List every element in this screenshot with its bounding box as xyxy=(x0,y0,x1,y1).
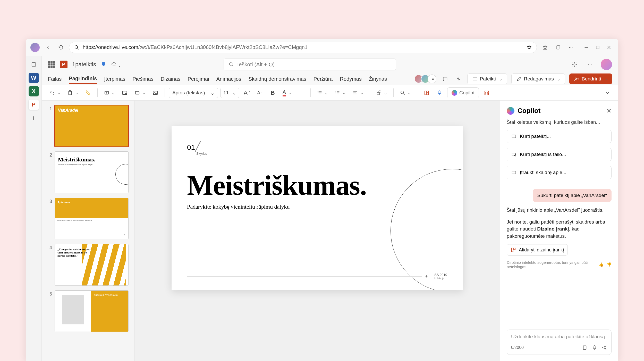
format-painter-button[interactable] xyxy=(83,88,93,98)
close-button[interactable] xyxy=(604,43,614,52)
slide-thumbnail[interactable]: Kultūra ir žmonės čia. xyxy=(55,290,129,332)
numbering-button[interactable] xyxy=(333,88,348,98)
app-launcher-icon[interactable] xyxy=(48,61,55,68)
mic-icon[interactable] xyxy=(592,345,597,350)
bold-button[interactable]: B xyxy=(268,88,278,98)
designer-grid-button[interactable] xyxy=(481,88,492,98)
picture-button[interactable] xyxy=(150,88,160,98)
tab-animations[interactable]: Animacijos xyxy=(216,75,241,84)
svg-rect-23 xyxy=(427,93,428,95)
tab-transitions[interactable]: Perėjimai xyxy=(188,75,209,84)
comments-icon[interactable] xyxy=(440,74,450,84)
copilot-input[interactable]: Užduokite klausimą arba pateikite užklau… xyxy=(507,330,612,355)
tab-home[interactable]: Pagrindinis xyxy=(69,74,97,84)
tab-design[interactable]: Dizainas xyxy=(161,75,181,84)
rail-excel-icon[interactable]: X xyxy=(29,86,39,96)
toolbar-overflow[interactable]: ⋯ xyxy=(494,88,505,98)
browser-toolbar: https://onedrive.live.com/:w:/t/EaCKkPs6… xyxy=(26,39,618,56)
ribbon-tabs: Failas Pagrindinis Įterpimas Piešimas Di… xyxy=(42,73,618,85)
document-title[interactable]: 1pateiktis xyxy=(72,61,96,68)
profile-avatar[interactable] xyxy=(30,43,40,52)
close-icon[interactable]: ✕ xyxy=(606,107,612,114)
paste-button[interactable] xyxy=(65,88,80,98)
collections-icon[interactable] xyxy=(553,43,563,52)
slide-thumbnail[interactable]: „Žmogus be vaizduotės yra tarsi arbatos … xyxy=(55,244,129,285)
undo-button[interactable] xyxy=(47,88,63,98)
designer-button[interactable] xyxy=(421,88,432,98)
grow-font-button[interactable]: A˄ xyxy=(242,88,252,98)
tab-review[interactable]: Peržiūra xyxy=(313,75,333,84)
new-slide-button[interactable] xyxy=(102,88,117,98)
align-button[interactable] xyxy=(350,88,366,98)
rail-powerpoint-icon[interactable]: P xyxy=(29,100,39,110)
copilot-suggestion[interactable]: Kurti pateiktį iš failo... xyxy=(507,148,612,161)
svg-rect-29 xyxy=(512,135,516,138)
save-status-icon[interactable] xyxy=(111,61,121,68)
title-bar: P 1pateiktis Ieškoti (Alt + Q) ⋯ xyxy=(42,56,618,73)
thumbs-up-icon[interactable]: 👍 xyxy=(599,262,604,267)
present-button[interactable]: Pateikti xyxy=(467,73,507,84)
star-icon[interactable] xyxy=(526,45,532,50)
editor-area: 1 VanArsdel 2 Meistriškumas.Padarykite k… xyxy=(42,101,618,361)
copilot-suggestion[interactable]: Įtraukti skaidrę apie... xyxy=(507,166,612,179)
search-box[interactable]: Ieškoti (Alt + Q) xyxy=(224,59,396,70)
slide-thumbnail[interactable]: Apie mus.Lorem ipsum dolor sit amet cons… xyxy=(55,198,129,239)
svg-rect-25 xyxy=(485,91,486,93)
favorites-icon[interactable] xyxy=(540,43,550,52)
open-designer-button[interactable]: Atidaryti dizaino įrankį xyxy=(507,244,568,256)
thumbs-down-icon[interactable]: 👎 xyxy=(607,262,612,267)
maximize-button[interactable] xyxy=(593,43,602,52)
address-bar[interactable]: https://onedrive.live.com/:w:/t/EaCKkPs6… xyxy=(69,42,537,53)
rail-add-button[interactable]: + xyxy=(29,113,39,123)
minimize-button[interactable] xyxy=(582,43,591,52)
tab-slideshow[interactable]: Skaidrių demonstravimas xyxy=(248,75,306,84)
font-family-select[interactable]: Aptos (tekstas)⌄ xyxy=(169,88,218,98)
section-button[interactable] xyxy=(132,88,148,98)
copilot-title: Copilot xyxy=(518,107,541,115)
search-icon xyxy=(74,45,80,50)
refresh-button[interactable] xyxy=(56,43,65,52)
copilot-ribbon-button[interactable]: Copilot xyxy=(447,87,479,98)
dictate-button[interactable] xyxy=(434,88,445,98)
overflow-icon[interactable]: ⋯ xyxy=(585,60,595,69)
more-font-button[interactable]: ⋯ xyxy=(296,88,306,98)
find-button[interactable] xyxy=(398,88,413,98)
attachment-icon[interactable] xyxy=(582,345,588,350)
shrink-font-button[interactable]: A˅ xyxy=(255,88,265,98)
search-icon xyxy=(228,62,234,67)
tab-view[interactable]: Rodymas xyxy=(340,75,361,84)
more-icon[interactable]: ⋯ xyxy=(566,43,575,52)
tab-insert[interactable]: Įterpimas xyxy=(104,75,125,84)
editing-mode-button[interactable]: Redagavimas xyxy=(511,73,565,84)
svg-rect-21 xyxy=(425,91,426,95)
bullets-button[interactable] xyxy=(315,88,330,98)
shapes-button[interactable] xyxy=(374,88,389,98)
catchup-icon[interactable] xyxy=(454,74,463,84)
copilot-logo-icon xyxy=(507,107,514,115)
settings-icon[interactable] xyxy=(570,60,579,69)
rail-word-icon[interactable]: W xyxy=(29,73,39,83)
svg-point-16 xyxy=(318,93,318,93)
slide-canvas[interactable]: 01╱ Skyrius Meistriškumas. Padarykite ko… xyxy=(172,126,463,290)
slide-thumbnail[interactable]: VanArsdel xyxy=(55,105,129,147)
rail-tab-icon[interactable] xyxy=(29,59,39,70)
copilot-suggestion[interactable]: Kurti pateiktį... xyxy=(507,130,612,143)
tab-draw[interactable]: Piešimas xyxy=(133,75,154,84)
collapse-ribbon-button[interactable] xyxy=(602,88,613,98)
presence-avatars[interactable]: +4 xyxy=(416,75,436,83)
slide-canvas-area[interactable]: 01╱ Skyrius Meistriškumas. Padarykite ko… xyxy=(134,101,500,361)
share-button[interactable]: Bendrinti xyxy=(569,73,612,84)
tab-help[interactable]: Žinynas xyxy=(369,75,387,84)
user-avatar[interactable] xyxy=(601,59,612,70)
thumb-number: 3 xyxy=(47,198,52,239)
slide-thumbnail[interactable]: Meistriškumas.Padarykite kokybę vieninte… xyxy=(55,151,129,193)
thumb-number: 5 xyxy=(47,290,52,332)
font-size-select[interactable]: 11⌄ xyxy=(221,88,239,98)
back-button[interactable] xyxy=(43,43,53,52)
font-color-button[interactable]: A xyxy=(281,88,293,98)
sensitivity-icon[interactable] xyxy=(101,61,106,68)
tab-file[interactable]: Failas xyxy=(48,75,62,84)
slide-layout-button[interactable] xyxy=(120,88,130,98)
send-icon[interactable] xyxy=(601,345,607,350)
copilot-logo-icon xyxy=(452,90,457,96)
